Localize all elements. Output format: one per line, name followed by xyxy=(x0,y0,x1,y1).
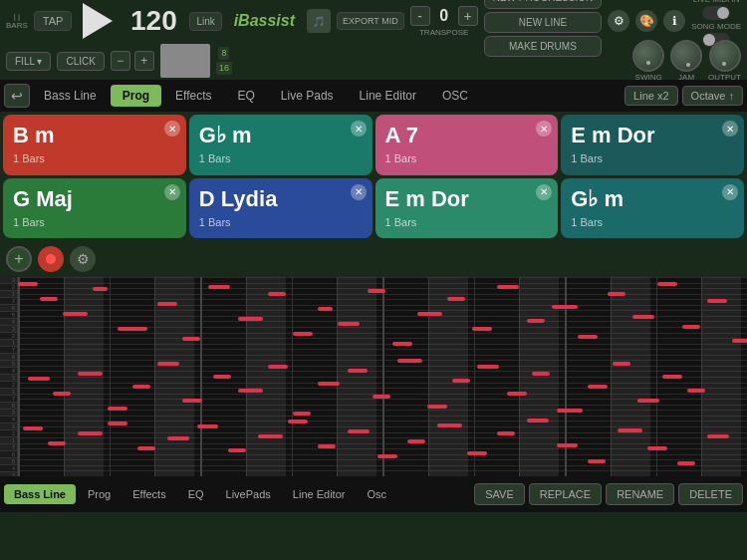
note-block-68[interactable] xyxy=(437,423,462,427)
link-button[interactable]: Link xyxy=(189,12,221,31)
chord-card-3[interactable]: ✕ E m Dor 1 Bars xyxy=(561,115,744,175)
swing-knob[interactable] xyxy=(632,40,664,72)
chord-card-0[interactable]: ✕ B m 1 Bars xyxy=(3,115,186,175)
note-block-26[interactable] xyxy=(707,299,727,303)
chord-close-7[interactable]: ✕ xyxy=(722,184,738,200)
note-block-48[interactable] xyxy=(557,409,582,413)
note-block-13[interactable] xyxy=(368,289,385,293)
note-block-55[interactable] xyxy=(48,441,66,445)
note-block-58[interactable] xyxy=(137,446,155,450)
note-block-28[interactable] xyxy=(28,377,50,381)
note-block-38[interactable] xyxy=(293,412,311,416)
note-block-49[interactable] xyxy=(588,385,608,389)
note-block-7[interactable] xyxy=(208,285,230,289)
note-block-8[interactable] xyxy=(238,317,263,321)
add-button[interactable]: + xyxy=(6,246,32,272)
note-block-17[interactable] xyxy=(472,327,492,331)
chord-close-1[interactable]: ✕ xyxy=(351,121,367,137)
note-block-16[interactable] xyxy=(447,297,465,301)
chord-card-6[interactable]: ✕ E m Dor 1 Bars xyxy=(375,178,559,239)
live-midi-toggle[interactable] xyxy=(702,6,730,20)
note-block-63[interactable] xyxy=(288,420,308,423)
note-block-31[interactable] xyxy=(108,407,127,411)
note-block-67[interactable] xyxy=(407,439,425,443)
note-block-65[interactable] xyxy=(348,429,370,433)
tab-bass-line[interactable]: Bass Line xyxy=(32,85,109,107)
note-block-61[interactable] xyxy=(228,448,246,452)
bot-tab-eq[interactable]: EQ xyxy=(178,484,214,504)
tab-line-editor[interactable]: Line Editor xyxy=(348,85,428,107)
delete-button[interactable]: DELETE xyxy=(678,483,743,505)
play-button[interactable] xyxy=(78,1,118,41)
tab-effects[interactable]: Effects xyxy=(163,85,223,107)
note-block-35[interactable] xyxy=(213,375,231,379)
note-block-2[interactable] xyxy=(63,312,88,316)
new-line-button[interactable]: NEW LINE xyxy=(484,12,603,33)
note-block-18[interactable] xyxy=(497,285,519,289)
note-block-74[interactable] xyxy=(618,428,642,432)
tab-live-pads[interactable]: Live Pads xyxy=(269,85,346,107)
note-block-33[interactable] xyxy=(157,362,179,366)
note-block-66[interactable] xyxy=(377,454,397,458)
note-block-53[interactable] xyxy=(687,389,705,393)
note-block-15[interactable] xyxy=(417,312,442,316)
note-block-77[interactable] xyxy=(707,434,729,438)
jam-knob[interactable] xyxy=(670,40,702,72)
info-icon[interactable]: ℹ xyxy=(663,10,685,32)
note-block-69[interactable] xyxy=(467,451,487,455)
chord-close-5[interactable]: ✕ xyxy=(351,184,367,200)
note-block-10[interactable] xyxy=(293,332,313,336)
note-block-43[interactable] xyxy=(427,405,447,409)
note-block-27[interactable] xyxy=(732,339,747,343)
transpose-minus-button[interactable]: - xyxy=(410,6,430,26)
note-block-57[interactable] xyxy=(108,421,127,425)
record-button[interactable] xyxy=(38,246,64,272)
line-x2-button[interactable]: Line x2 xyxy=(624,86,677,106)
note-block-76[interactable] xyxy=(677,461,695,465)
chord-close-6[interactable]: ✕ xyxy=(536,184,552,200)
chord-close-0[interactable]: ✕ xyxy=(164,121,180,137)
make-drums-button[interactable]: MAKE DRUMS xyxy=(484,36,603,57)
bot-tab-effects[interactable]: Effects xyxy=(123,484,175,504)
chord-card-7[interactable]: ✕ G♭ m 1 Bars xyxy=(561,178,744,239)
settings-button[interactable]: ⚙ xyxy=(70,246,96,272)
chord-close-4[interactable]: ✕ xyxy=(164,184,180,200)
note-block-21[interactable] xyxy=(578,335,598,339)
bot-tab-prog[interactable]: Prog xyxy=(78,484,121,504)
note-block-0[interactable] xyxy=(18,282,38,286)
bot-tab-line-editor[interactable]: Line Editor xyxy=(283,484,356,504)
note-block-23[interactable] xyxy=(632,315,654,319)
note-block-54[interactable] xyxy=(23,426,43,430)
transpose-plus-button[interactable]: + xyxy=(458,6,478,26)
tab-prog[interactable]: Prog xyxy=(111,85,161,107)
chord-card-5[interactable]: ✕ D Lydia 1 Bars xyxy=(189,178,373,239)
note-block-41[interactable] xyxy=(373,395,390,399)
note-block-44[interactable] xyxy=(452,379,470,383)
note-block-32[interactable] xyxy=(132,385,150,389)
note-block-47[interactable] xyxy=(532,372,550,376)
plus-button[interactable]: + xyxy=(134,51,154,71)
note-block-39[interactable] xyxy=(318,382,340,386)
note-block-5[interactable] xyxy=(157,302,177,306)
note-block-50[interactable] xyxy=(613,362,630,366)
export-midi-button[interactable]: EXPORT MID xyxy=(337,12,404,30)
tab-eq[interactable]: EQ xyxy=(226,85,267,107)
tab-osc[interactable]: OSC xyxy=(430,85,480,107)
note-block-24[interactable] xyxy=(657,282,677,286)
tap-button[interactable]: TAP xyxy=(34,11,73,31)
chord-card-4[interactable]: ✕ G Maj 1 Bars xyxy=(3,178,186,239)
piano-roll-grid[interactable] xyxy=(18,277,747,476)
note-block-64[interactable] xyxy=(318,444,336,448)
bot-tab-osc[interactable]: Osc xyxy=(357,484,396,504)
note-block-40[interactable] xyxy=(348,369,368,373)
chord-card-2[interactable]: ✕ A 7 1 Bars xyxy=(375,115,559,175)
chord-card-1[interactable]: ✕ G♭ m 1 Bars xyxy=(189,115,373,175)
octave-button[interactable]: Octave ↑ xyxy=(682,86,743,106)
back-button[interactable]: ↩ xyxy=(4,84,30,108)
note-block-14[interactable] xyxy=(392,342,412,346)
chord-close-2[interactable]: ✕ xyxy=(536,121,552,137)
click-button[interactable]: CLICK xyxy=(57,52,104,71)
palette-icon[interactable]: 🎨 xyxy=(635,10,657,32)
note-block-19[interactable] xyxy=(527,319,545,323)
note-block-30[interactable] xyxy=(78,372,103,376)
